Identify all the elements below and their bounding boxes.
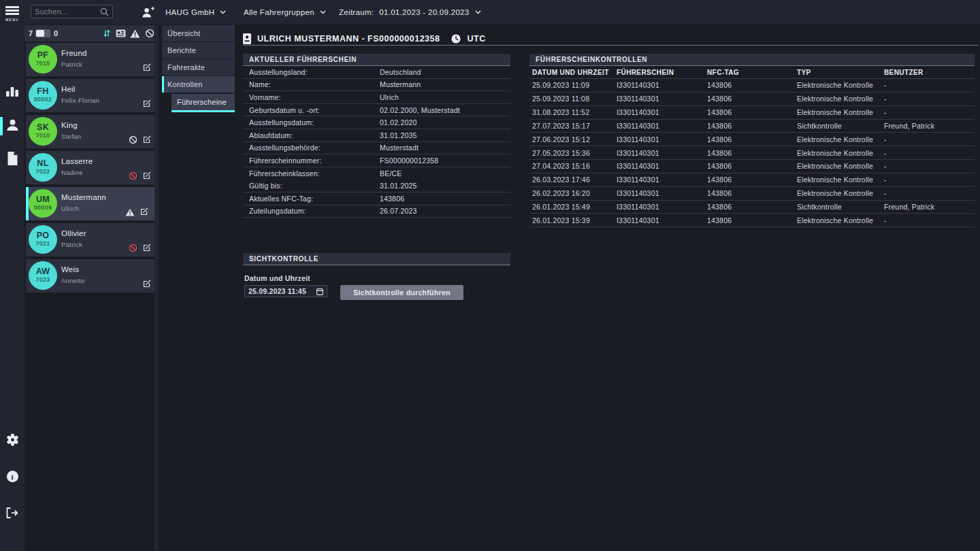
driver-filter-toggle[interactable] xyxy=(35,29,50,37)
column-header: TYP xyxy=(797,69,884,76)
calendar-icon xyxy=(316,288,323,295)
control-row[interactable]: 26.01.2023 15:49I3301140301143806Sichtko… xyxy=(529,201,975,214)
link-off-icon xyxy=(129,171,137,180)
nav-item-fahrerakte[interactable]: Fahrerakte xyxy=(162,59,235,76)
driver-number: 7010 xyxy=(35,132,50,139)
column-header: BENUTZER xyxy=(884,69,975,76)
controls-table-header: DATUM UND UHRZEITFÜHRERSCHEINNFC-TAGTYPB… xyxy=(529,66,975,79)
person-add-icon xyxy=(142,6,154,18)
control-cell: 26.01.2023 15:39 xyxy=(529,216,617,224)
control-row[interactable]: 27.04.2023 15:16I3301140301143806Elektro… xyxy=(529,160,975,173)
control-cell: I3301140301 xyxy=(617,162,707,170)
period-selector[interactable]: Zeitraum: 01.01.2023 - 20.09.2023 xyxy=(339,0,481,24)
rail-statistics-button[interactable] xyxy=(0,84,24,97)
controls-panel-title: FÜHRERSCHEINKONTROLLEN xyxy=(529,54,975,66)
driver-item[interactable]: UM00009MustermannUlrich xyxy=(26,187,154,220)
driver-initials: AW xyxy=(36,267,50,276)
license-row: Aktuelles NFC-Tag:143806 xyxy=(243,193,510,205)
driver-item[interactable]: PO7021OllivierPatrick xyxy=(26,223,154,256)
driver-initials: PO xyxy=(37,231,50,240)
control-cell: I3301140301 xyxy=(617,135,707,144)
edit-icon xyxy=(142,135,151,144)
control-cell: 143806 xyxy=(707,122,797,130)
driver-list-toolbar: 7 0 xyxy=(24,25,154,41)
chevron-down-icon xyxy=(220,10,226,14)
driver-edit-button[interactable] xyxy=(142,244,151,252)
date-input[interactable]: 25.09.2023 11:45 xyxy=(244,285,327,297)
license-filter-button[interactable] xyxy=(116,29,126,38)
company-selector[interactable]: HAUG GmbH xyxy=(165,0,226,24)
control-row[interactable]: 26.02.2023 16:20I3301140301143806Elektro… xyxy=(529,187,975,201)
control-row[interactable]: 27.06.2023 15:12I3301140301143806Elektro… xyxy=(529,133,975,146)
control-cell: - xyxy=(884,149,975,157)
driver-edit-button[interactable] xyxy=(142,99,151,108)
control-row[interactable]: 26.01.2023 15:39I3301140301143806Elektro… xyxy=(529,214,975,227)
clock-icon xyxy=(451,34,461,44)
license-row-label: Gültig bis: xyxy=(249,182,380,190)
control-row[interactable]: 27.07.2023 15:17I3301140301143806Sichtko… xyxy=(529,120,975,133)
control-row[interactable]: 25.09.2023 11:09I3301140301143806Elektro… xyxy=(529,79,975,93)
driver-avatar: AW7023 xyxy=(29,261,57,290)
driver-list-scrollbar[interactable] xyxy=(154,25,159,551)
control-cell: I3301140301 xyxy=(617,203,707,211)
control-row[interactable]: 25.09.2023 11:08I3301140301143806Elektro… xyxy=(529,93,975,106)
driver-group-selector[interactable]: Alle Fahrergruppen xyxy=(244,0,326,24)
sichtkontrolle-button[interactable]: Sichtkontrolle durchführen xyxy=(340,285,463,300)
driver-item[interactable]: AW7023WeisAnnette xyxy=(26,259,154,293)
license-row: Ausstellungsbehörde:Musterstadt xyxy=(243,142,510,155)
driver-edit-button[interactable] xyxy=(142,171,151,180)
nav-item-übersicht[interactable]: Übersicht xyxy=(162,25,235,41)
control-cell: - xyxy=(884,135,975,144)
license-row-label: Name: xyxy=(249,80,380,88)
top-bar: Suchen... HAUG GmbH Alle Fahrergruppen Z… xyxy=(24,0,980,24)
id-card-icon xyxy=(243,33,251,44)
driver-item[interactable]: PF7015FreundPatrick xyxy=(26,43,154,76)
driver-edit-button[interactable] xyxy=(142,280,151,288)
license-row-label: Ausstellungsdatum: xyxy=(249,118,380,127)
person-icon xyxy=(5,118,20,132)
control-cell: Elektronische Kontrolle xyxy=(797,81,884,89)
rail-settings-button[interactable] xyxy=(0,433,24,446)
control-cell: 26.03.2023 17:46 xyxy=(529,176,617,184)
control-cell: 26.02.2023 16:20 xyxy=(529,189,617,197)
control-row[interactable]: 27.05.2023 15:36I3301140301143806Elektro… xyxy=(529,146,975,160)
driver-edit-button[interactable] xyxy=(142,63,151,72)
nav-item-berichte[interactable]: Berichte xyxy=(162,42,235,59)
rail-drivers-button[interactable] xyxy=(0,118,24,132)
rail-documents-button[interactable] xyxy=(0,152,24,165)
warning-filter-button[interactable] xyxy=(130,29,140,38)
driver-first-name: Stefan xyxy=(61,133,81,140)
control-cell: 143806 xyxy=(707,149,797,157)
add-driver-button[interactable] xyxy=(142,6,154,21)
license-row-value: Mustermann xyxy=(380,80,421,88)
driver-number: 00009 xyxy=(34,204,52,212)
column-header: NFC-TAG xyxy=(707,69,797,76)
date-field-label: Datum und Uhrzeit xyxy=(244,274,310,282)
rail-info-button[interactable]: i xyxy=(0,471,24,482)
driver-edit-button[interactable] xyxy=(142,135,151,144)
chevron-down-icon xyxy=(475,10,481,14)
nav-subitem-fuehrerscheine[interactable]: Führerscheine xyxy=(172,94,235,112)
control-cell: 25.09.2023 11:08 xyxy=(529,95,617,103)
driver-edit-button[interactable] xyxy=(140,207,148,216)
driver-list: PF7015FreundPatrickFH00002HeilFelix-Flor… xyxy=(24,43,154,295)
menu-button[interactable]: MENU xyxy=(0,6,24,22)
control-row[interactable]: 26.03.2023 17:46I3301140301143806Elektro… xyxy=(529,173,975,187)
driver-item[interactable]: SK7010KingStefan xyxy=(26,115,154,148)
sort-button[interactable] xyxy=(101,29,112,38)
rail-logout-button[interactable] xyxy=(0,507,24,518)
control-cell: Elektronische Kontrolle xyxy=(797,95,884,103)
control-row[interactable]: 31.08.2023 11:52I3301140301143806Elektro… xyxy=(529,106,975,120)
license-rows: Ausstellungsland:DeutschlandName:Musterm… xyxy=(243,66,510,218)
search-input[interactable]: Suchen... xyxy=(31,5,113,18)
link-filter-button[interactable] xyxy=(144,29,154,38)
control-cell: 143806 xyxy=(707,108,797,116)
control-cell: I3301140301 xyxy=(617,122,707,130)
control-cell: Elektronische Kontrolle xyxy=(797,108,884,116)
app-screen: MENU xyxy=(0,0,980,551)
control-cell: 26.01.2023 15:49 xyxy=(529,203,617,211)
driver-item[interactable]: FH00002HeilFelix-Florian xyxy=(26,79,154,112)
edit-icon xyxy=(142,280,151,288)
nav-item-kontrollen[interactable]: Kontrollen xyxy=(162,76,235,93)
driver-item[interactable]: NL7022LasserreNadine xyxy=(26,151,154,184)
